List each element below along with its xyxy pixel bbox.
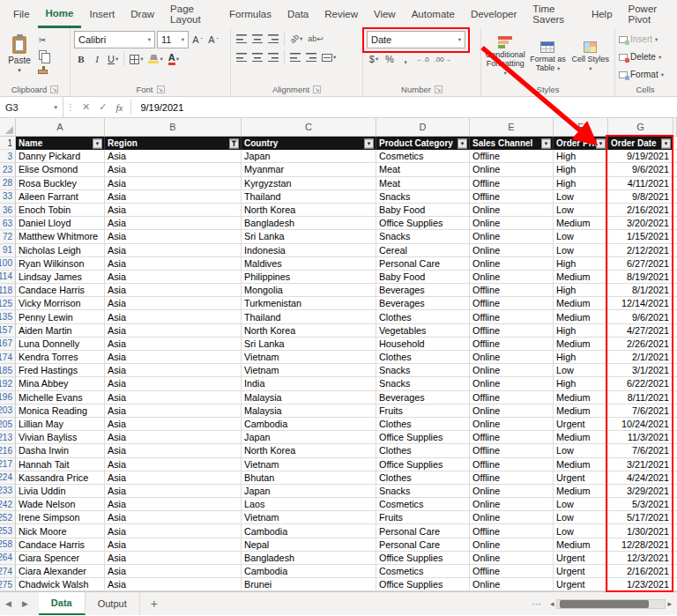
- cell[interactable]: Low: [554, 244, 608, 257]
- column-header-F[interactable]: F: [554, 118, 608, 137]
- cell[interactable]: Online: [470, 217, 554, 230]
- menu-tab-review[interactable]: Review: [316, 0, 366, 28]
- cell[interactable]: Asia: [105, 177, 242, 190]
- row-number[interactable]: 205: [0, 418, 16, 431]
- cell[interactable]: Asia: [105, 351, 242, 364]
- horizontal-scrollbar[interactable]: ◂ ▸: [545, 592, 677, 615]
- dialog-launcher-icon[interactable]: ↘: [435, 85, 443, 93]
- header-cell-name[interactable]: Name▼: [16, 137, 105, 150]
- cell[interactable]: Kyrgyzstan: [242, 177, 376, 190]
- cell[interactable]: Asia: [105, 458, 242, 471]
- cell[interactable]: Vicky Morrison: [16, 297, 105, 310]
- cell[interactable]: Lillian May: [16, 418, 105, 431]
- menu-tab-insert[interactable]: Insert: [81, 0, 123, 28]
- menu-tab-draw[interactable]: Draw: [123, 0, 162, 28]
- cell[interactable]: 8/1/2021: [608, 284, 673, 297]
- sheet-nav-left-icon[interactable]: ◀: [0, 592, 17, 615]
- cell[interactable]: Ciara Alexander: [16, 565, 105, 578]
- cell[interactable]: Japan: [242, 150, 376, 163]
- cell[interactable]: Brunei: [242, 578, 376, 591]
- cell[interactable]: Asia: [105, 404, 242, 418]
- cell[interactable]: 12/3/2021: [608, 552, 673, 565]
- cancel-icon[interactable]: ✕: [78, 97, 94, 117]
- cell[interactable]: Medium: [554, 404, 608, 418]
- cell[interactable]: Nick Moore: [16, 524, 105, 538]
- cell[interactable]: High: [554, 163, 608, 176]
- filter-button-region[interactable]: [229, 138, 239, 148]
- cell[interactable]: Office Supplies: [376, 431, 470, 444]
- cell[interactable]: Medium: [554, 431, 608, 444]
- cell[interactable]: Cambodia: [242, 565, 376, 578]
- column-header-E[interactable]: E: [470, 118, 554, 137]
- cell[interactable]: Bhutan: [242, 471, 376, 485]
- cell[interactable]: High: [554, 284, 608, 297]
- cell[interactable]: Medium: [554, 217, 608, 230]
- cell[interactable]: Candace Harris: [16, 538, 105, 552]
- cell[interactable]: Low: [554, 511, 608, 524]
- cell[interactable]: Asia: [105, 552, 242, 565]
- cell[interactable]: Asia: [105, 431, 242, 444]
- row-number[interactable]: 275: [0, 578, 16, 591]
- cell[interactable]: Asia: [105, 538, 242, 552]
- cell[interactable]: Medium: [554, 538, 608, 552]
- header-cell-product-category[interactable]: Product Category▼: [376, 137, 470, 150]
- decrease-indent-button[interactable]: [288, 49, 302, 65]
- cell[interactable]: Sri Lanka: [242, 338, 376, 351]
- cell[interactable]: Online: [470, 351, 554, 364]
- cell[interactable]: 2/26/2021: [608, 338, 673, 351]
- cell[interactable]: Online: [470, 538, 554, 552]
- cell[interactable]: Bangladesh: [242, 552, 376, 565]
- cell[interactable]: Medium: [554, 458, 608, 471]
- cell[interactable]: Malaysia: [242, 404, 376, 418]
- cell[interactable]: 5/3/2021: [608, 498, 673, 511]
- cell[interactable]: Clothes: [376, 351, 470, 364]
- cell[interactable]: Online: [470, 257, 554, 271]
- cell[interactable]: Ryan Wilkinson: [16, 257, 105, 271]
- menu-tab-data[interactable]: Data: [279, 0, 316, 28]
- cell[interactable]: 3/20/2021: [608, 217, 673, 230]
- cell[interactable]: Monica Reading: [16, 404, 105, 418]
- column-header-C[interactable]: C: [242, 118, 376, 137]
- row-number[interactable]: 233: [0, 485, 16, 498]
- cell[interactable]: 3/21/2021: [608, 458, 673, 471]
- cell[interactable]: Bangladesh: [242, 217, 376, 230]
- add-sheet-button[interactable]: +: [140, 592, 168, 615]
- cell[interactable]: Vietnam: [242, 364, 376, 377]
- row-number[interactable]: 196: [0, 391, 16, 404]
- cell[interactable]: Beverages: [376, 297, 470, 310]
- filter-button-product-category[interactable]: ▼: [458, 138, 467, 148]
- cell[interactable]: Enoch Tobin: [16, 204, 105, 217]
- cell[interactable]: Medium: [554, 485, 608, 498]
- italic-button[interactable]: I: [90, 51, 104, 67]
- cell[interactable]: Turkmenistan: [242, 297, 376, 310]
- row-number[interactable]: 185: [0, 364, 16, 377]
- cell[interactable]: High: [554, 324, 608, 338]
- cell[interactable]: Offline: [470, 565, 554, 578]
- cell[interactable]: High: [554, 177, 608, 190]
- cell[interactable]: Snacks: [376, 230, 470, 243]
- cell[interactable]: Malaysia: [242, 391, 376, 404]
- font-name-select[interactable]: Calibri▾: [74, 31, 155, 48]
- cell[interactable]: 9/8/2021: [608, 190, 673, 204]
- cell[interactable]: Asia: [105, 297, 242, 310]
- cell[interactable]: Asia: [105, 485, 242, 498]
- cell[interactable]: Offline: [470, 177, 554, 190]
- cell[interactable]: 3/1/2021: [608, 364, 673, 377]
- cell[interactable]: Low: [554, 230, 608, 243]
- cell[interactable]: 9/6/2021: [608, 310, 673, 323]
- scroll-left-icon[interactable]: ◂: [548, 599, 556, 608]
- row-number[interactable]: 3: [0, 150, 16, 163]
- cell[interactable]: Offline: [470, 310, 554, 323]
- orientation-button[interactable]: ab▾: [288, 31, 304, 47]
- cell[interactable]: Asia: [105, 163, 242, 176]
- row-number[interactable]: 100: [0, 257, 16, 271]
- cell[interactable]: High: [554, 377, 608, 390]
- row-number[interactable]: 258: [0, 538, 16, 552]
- bold-button[interactable]: B: [74, 51, 88, 67]
- cell[interactable]: Offline: [470, 444, 554, 457]
- cell[interactable]: Urgent: [554, 578, 608, 591]
- cell[interactable]: Rosa Buckley: [16, 177, 105, 190]
- cell[interactable]: Lindsay James: [16, 271, 105, 284]
- cell[interactable]: Kassandra Price: [16, 471, 105, 485]
- cut-button[interactable]: ✂: [35, 33, 49, 47]
